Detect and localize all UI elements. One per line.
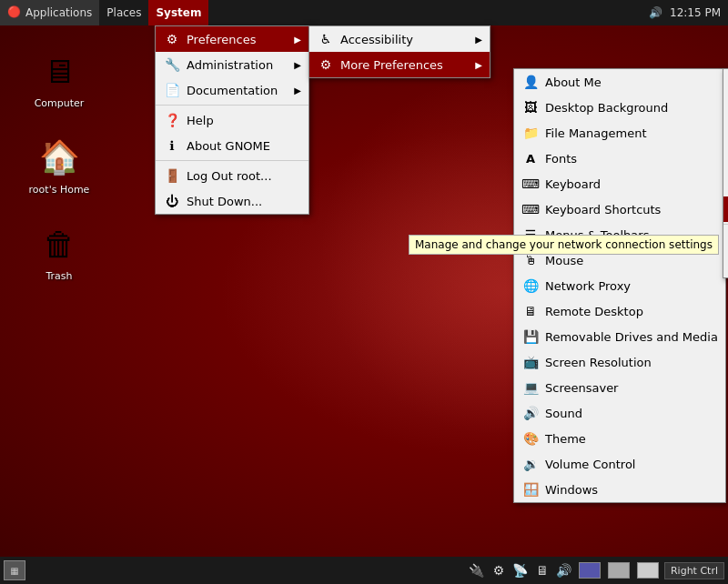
top-panel: 🔴 Applications Places System 🔊 12:15 PM: [0, 0, 728, 25]
tray-icon-2[interactable]: ⚙: [490, 561, 508, 579]
menu-item-sound[interactable]: 🔊 Sound: [514, 400, 725, 426]
network-proxy-icon: 🌐: [521, 277, 540, 295]
file-mgmt-icon: 📁: [521, 124, 540, 142]
menu-item-administration[interactable]: 🔧 Administration ▶: [156, 52, 308, 77]
menu-item-network-connections[interactable]: 🌐 Network Connections: [723, 196, 728, 222]
keyboard-shortcuts-label: Keyboard Shortcuts: [545, 203, 718, 216]
documentation-label: Documentation: [187, 84, 287, 97]
menu-item-help[interactable]: ❓ Help: [156, 107, 308, 133]
menus-toolbars-icon: ☰: [521, 226, 540, 244]
preferences-menu[interactable]: ♿ Accessibility ▶ ⚙ More Preferences ▶: [308, 25, 490, 78]
menu-item-more-preferences[interactable]: ⚙ More Preferences ▶: [309, 52, 490, 77]
fonts-label: Fonts: [545, 152, 718, 166]
menu-item-menu-layout[interactable]: ☰ Menu Layout: [723, 146, 728, 171]
administration-arrow: ▶: [294, 60, 301, 70]
system-menu[interactable]: ⚙ Preferences ▶ 🔧 Administration ▶ 📄 Doc…: [155, 25, 309, 215]
tray-icon-5[interactable]: 🔊: [555, 561, 573, 579]
right-ctrl-label: Right Ctrl: [664, 562, 724, 579]
panel-left: 🔴 Applications Places System: [0, 0, 208, 25]
keyboard-label: Keyboard: [545, 177, 718, 191]
volume-tray-icon[interactable]: 🔊: [649, 6, 662, 19]
file-mgmt-label: File Management: [545, 126, 718, 140]
home-icon-img: 🏠: [37, 136, 81, 179]
home-icon[interactable]: 🏠 root's Home: [18, 132, 100, 200]
trash-icon-img: 🗑: [37, 222, 81, 266]
more-prefs-label: More Preferences: [340, 58, 468, 72]
menu-item-cd-database[interactable]: 💿 CD Database Server: [723, 69, 728, 95]
menu-item-keyboard[interactable]: ⌨ Keyboard: [514, 171, 725, 196]
menu-item-removable-drives[interactable]: 💾 Removable Drives and Media: [514, 324, 725, 349]
color-swatch-2: [608, 562, 630, 579]
menu-item-file-mgmt[interactable]: 📁 File Management: [514, 120, 725, 146]
menu-item-preferred-apps[interactable]: ⭐ Preferred Applications: [723, 227, 728, 252]
menu-item-multimedia[interactable]: 🎵 Multimedia Systems Selector: [723, 171, 728, 196]
mouse-icon: 🖱: [521, 251, 540, 269]
computer-icon[interactable]: 🖥 Computer: [18, 45, 100, 114]
color-swatch-3: [637, 562, 659, 579]
windows-icon: 🪟: [521, 480, 540, 498]
menu-item-input-method[interactable]: ⌨ Input Method: [723, 120, 728, 146]
menu-item-fonts[interactable]: A Fonts: [514, 146, 725, 171]
tray-icon-1[interactable]: 🔌: [468, 561, 486, 579]
menu-item-documentation[interactable]: 📄 Documentation ▶: [156, 77, 308, 103]
show-desktop-button[interactable]: ▦: [4, 560, 25, 580]
color-swatch-1: [579, 562, 601, 579]
accessibility-arrow: ▶: [475, 35, 482, 45]
remote-desktop-label: Remote Desktop: [545, 305, 718, 318]
removable-drives-label: Removable Drives and Media: [545, 330, 718, 344]
fonts-icon: A: [521, 149, 540, 167]
menu-item-remote-desktop[interactable]: 🖥 Remote Desktop: [514, 298, 725, 324]
network-submenu[interactable]: 💿 CD Database Server 🖨 Default Printer ⌨…: [723, 68, 728, 278]
about-me-label: About Me: [545, 76, 718, 89]
screensaver-icon: 💻: [521, 378, 540, 397]
menu-item-logout[interactable]: 🚪 Log Out root...: [156, 163, 308, 188]
mouse-label: Mouse: [545, 254, 718, 267]
screensaver-label: Screensaver: [545, 381, 718, 395]
separator-1: [156, 105, 308, 106]
removable-drives-icon: 💾: [521, 327, 540, 346]
preferences-arrow: ▶: [294, 35, 301, 45]
menu-item-desktop-bg[interactable]: 🖼 Desktop Background: [514, 95, 725, 120]
more-preferences-menu[interactable]: 👤 About Me 🖼 Desktop Background 📁 File M…: [513, 68, 726, 503]
screen-resolution-label: Screen Resolution: [545, 356, 718, 369]
tray-icon-4[interactable]: 🖥: [533, 561, 551, 579]
screen-resolution-icon: 📺: [521, 353, 540, 371]
menu-item-windows[interactable]: 🪟 Windows: [514, 477, 725, 502]
keyboard-icon: ⌨: [521, 175, 540, 193]
menu-item-screensaver[interactable]: 💻 Screensaver: [514, 375, 725, 400]
menu-item-about-gnome[interactable]: ℹ About GNOME: [156, 133, 308, 158]
menu-item-screen-resolution[interactable]: 📺 Screen Resolution: [514, 349, 725, 375]
system-menu-button[interactable]: System: [148, 0, 208, 25]
menu-item-mouse[interactable]: 🖱 Mouse: [514, 247, 725, 273]
tray-icon-3[interactable]: 📡: [511, 561, 530, 579]
sound-label: Sound: [545, 407, 718, 420]
menu-item-about-me[interactable]: 👤 About Me: [514, 69, 725, 95]
menu-item-theme[interactable]: 🎨 Theme: [514, 426, 725, 451]
clock: 12:15 PM: [670, 6, 721, 19]
menu-item-keyboard-shortcuts[interactable]: ⌨ Keyboard Shortcuts: [514, 196, 725, 222]
menu-item-shutdown[interactable]: ⏻ Shut Down...: [156, 188, 308, 214]
menu-item-menus-toolbars[interactable]: ☰ Menus & Toolbars: [514, 222, 725, 247]
preferences-icon: ⚙: [163, 30, 181, 48]
keyboard-shortcuts-icon: ⌨: [521, 200, 540, 218]
theme-icon: 🎨: [521, 429, 540, 448]
menu-item-default-printer[interactable]: 🖨 Default Printer: [723, 95, 728, 120]
documentation-arrow: ▶: [294, 86, 301, 96]
logout-label: Log Out root...: [187, 169, 301, 183]
sound-icon: 🔊: [521, 404, 540, 422]
about-me-icon: 👤: [521, 73, 540, 91]
theme-label: Theme: [545, 432, 718, 446]
trash-icon[interactable]: 🗑 Trash: [18, 218, 100, 287]
menus-toolbars-label: Menus & Toolbars: [545, 228, 718, 242]
menu-item-sessions[interactable]: 🔄 Sessions: [723, 252, 728, 277]
applications-menu-button[interactable]: 🔴 Applications: [0, 0, 99, 25]
menu-item-preferences[interactable]: ⚙ Preferences ▶: [156, 26, 308, 52]
desktop: 🔴 Applications Places System 🔊 12:15 PM …: [0, 0, 728, 584]
menu-item-volume-control[interactable]: 🔉 Volume Control: [514, 451, 725, 477]
menu-item-network-proxy[interactable]: 🌐 Network Proxy: [514, 273, 725, 298]
menu-item-accessibility[interactable]: ♿ Accessibility ▶: [309, 26, 490, 52]
places-menu-button[interactable]: Places: [99, 0, 148, 25]
computer-icon-img: 🖥: [37, 49, 81, 93]
separator-right-1: [723, 224, 728, 225]
help-label: Help: [187, 114, 301, 127]
